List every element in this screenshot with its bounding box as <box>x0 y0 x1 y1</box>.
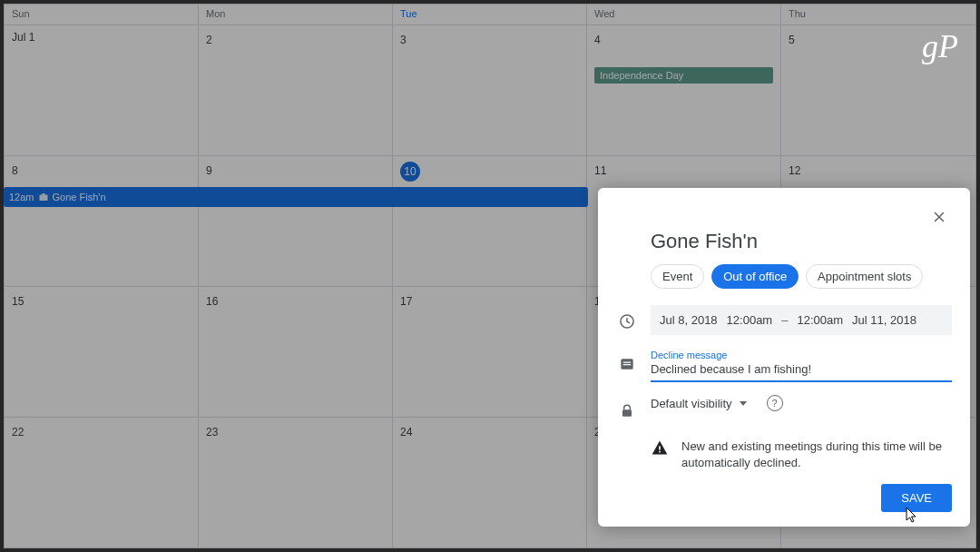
day-cell[interactable]: 24 <box>393 417 587 547</box>
day-header: Tue <box>393 5 587 25</box>
day-cell[interactable]: 22 <box>5 417 199 547</box>
day-cell[interactable]: 8 <box>5 155 199 286</box>
day-number: 4 <box>594 34 601 46</box>
start-date: Jul 8, 2018 <box>660 313 718 327</box>
day-header: Mon <box>199 5 393 25</box>
decline-message-field[interactable]: Decline message <box>651 348 952 382</box>
day-number: Jul 1 <box>12 31 191 44</box>
day-number: 10 <box>400 162 420 182</box>
decline-message-input[interactable] <box>651 360 952 376</box>
start-time: 12:00am <box>727 313 773 327</box>
event-title: Gone Fish'n <box>53 192 106 202</box>
visibility-dropdown[interactable]: Default visibility <box>651 397 732 410</box>
time-row: Jul 8, 2018 12:00am – 12:00am Jul 11, 20… <box>616 305 952 335</box>
close-icon <box>931 209 947 225</box>
day-header: Thu <box>781 5 975 25</box>
day-number: 9 <box>206 164 212 177</box>
event-type-pills: Event Out of office Appointment slots <box>651 264 952 289</box>
end-date: Jul 11, 2018 <box>852 313 916 327</box>
clock-icon <box>616 310 638 332</box>
svg-rect-5 <box>623 364 631 365</box>
svg-rect-7 <box>659 446 661 449</box>
help-icon[interactable]: ? <box>767 395 783 411</box>
event-create-popup: Gone Fish'n Event Out of office Appointm… <box>598 188 970 527</box>
pill-out-of-office[interactable]: Out of office <box>711 264 799 289</box>
day-number: 5 <box>789 34 795 46</box>
event-bar-gone-fishn[interactable]: 12am Gone Fish'n <box>4 187 588 207</box>
day-cell[interactable]: Jul 1 <box>5 25 199 155</box>
svg-rect-1 <box>42 193 44 195</box>
warning-icon <box>651 439 669 457</box>
dash: – <box>781 313 788 327</box>
day-cell[interactable]: 2 <box>199 25 393 155</box>
day-cell[interactable]: 3 <box>393 25 587 155</box>
mouse-cursor-icon <box>905 507 919 525</box>
day-cell[interactable]: 9 <box>199 155 393 286</box>
chevron-down-icon <box>740 401 747 406</box>
event-time: 12am <box>9 192 34 202</box>
day-cell[interactable]: 16 <box>199 286 393 417</box>
day-number: 24 <box>400 426 412 439</box>
note-icon <box>616 353 638 375</box>
holiday-chip[interactable]: Independence Day <box>594 67 773 84</box>
day-number: 12 <box>789 164 800 177</box>
day-cell[interactable]: 10 <box>393 155 587 286</box>
day-cell[interactable]: 15 <box>5 286 199 417</box>
briefcase-icon <box>38 192 49 202</box>
svg-rect-6 <box>622 409 632 417</box>
day-number: 23 <box>206 426 218 439</box>
day-number: 15 <box>12 295 24 308</box>
svg-rect-4 <box>623 362 631 363</box>
day-number: 2 <box>206 34 212 46</box>
lock-icon <box>616 400 638 422</box>
svg-rect-0 <box>39 195 47 202</box>
svg-rect-8 <box>659 451 661 453</box>
day-cell[interactable]: 4Independence Day <box>587 25 781 155</box>
day-number: 8 <box>12 164 18 177</box>
time-range-field[interactable]: Jul 8, 2018 12:00am – 12:00am Jul 11, 20… <box>651 305 952 335</box>
day-header: Wed <box>587 5 781 25</box>
day-number: 22 <box>12 426 24 439</box>
end-time: 12:00am <box>797 313 843 327</box>
day-cell[interactable]: 17 <box>393 286 587 417</box>
day-number: 11 <box>594 164 606 177</box>
day-number: 17 <box>400 295 412 308</box>
decline-message-label: Decline message <box>651 350 952 360</box>
decline-message-row: Decline message <box>616 348 952 382</box>
save-button[interactable]: SAVE <box>881 484 952 512</box>
auto-decline-notice: New and existing meetings during this ti… <box>651 439 952 471</box>
day-header: Sun <box>5 5 199 25</box>
close-button[interactable] <box>926 204 952 230</box>
day-number: 16 <box>206 295 218 308</box>
pill-event[interactable]: Event <box>651 264 704 289</box>
visibility-row: Default visibility ? <box>616 395 952 422</box>
pill-appointment-slots[interactable]: Appointment slots <box>806 264 923 289</box>
day-number: 3 <box>400 34 407 46</box>
watermark-logo: gP <box>922 27 958 65</box>
popup-title[interactable]: Gone Fish'n <box>651 230 952 253</box>
day-cell[interactable]: 23 <box>199 417 393 547</box>
notice-text: New and existing meetings during this ti… <box>681 439 952 471</box>
